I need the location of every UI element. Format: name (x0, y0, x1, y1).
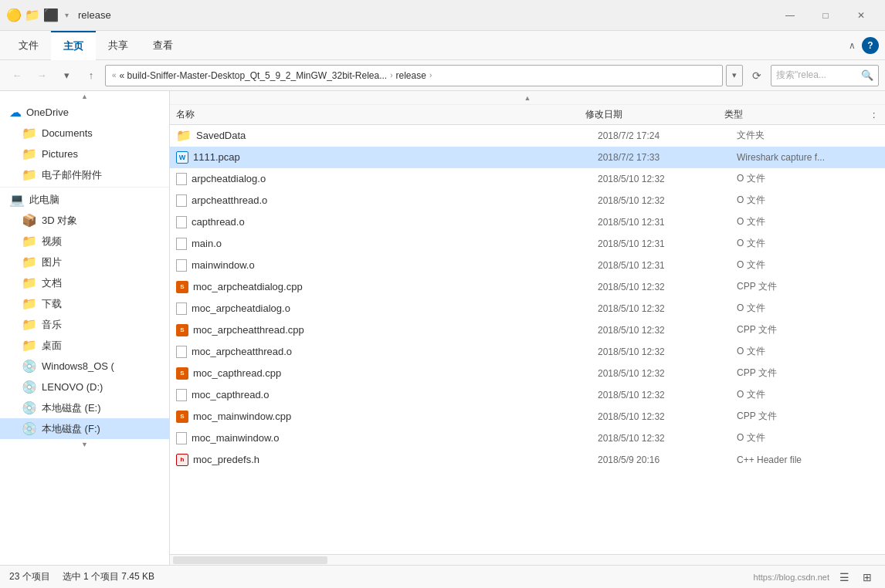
title-bar-icons: 🟡 📁 ⬛ ▾ (6, 8, 72, 23)
desktop-icon: 📁 (22, 338, 37, 353)
sidebar-item-documents[interactable]: 📁 Documents (0, 123, 169, 144)
up-button[interactable]: ↑ (80, 65, 102, 86)
file-name-cell: h moc_predefs.h (170, 454, 592, 466)
minimize-button[interactable]: — (772, 3, 808, 28)
table-row[interactable]: moc_capthread.o 2018/5/10 12:32 O 文件 (170, 384, 885, 406)
col-header-name[interactable]: 名称 (170, 108, 579, 121)
sort-up-arrow[interactable]: ▲ (170, 91, 885, 105)
dropdown-nav-button[interactable]: ▾ (56, 65, 77, 86)
table-row[interactable]: S moc_mainwindow.cpp 2018/5/10 12:32 CPP… (170, 406, 885, 427)
table-row[interactable]: moc_arpcheatthread.o 2018/5/10 12:32 O 文… (170, 341, 885, 363)
table-row[interactable]: moc_mainwindow.o 2018/5/10 12:32 O 文件 (170, 427, 885, 449)
status-item-count: 23 个项目 (9, 570, 50, 583)
col-header-type[interactable]: 类型 (718, 108, 873, 121)
table-row[interactable]: 📁 SavedData 2018/7/2 17:24 文件夹 (170, 125, 885, 147)
sidebar-item-pictures[interactable]: 📁 Pictures (0, 144, 169, 164)
sidebar-item-windows8[interactable]: 💿 Windows8_OS ( (0, 356, 169, 377)
horizontal-scrollbar-thumb[interactable] (173, 556, 327, 564)
sidebar-item-label-music: 音乐 (42, 318, 62, 332)
sidebar-item-email[interactable]: 📁 电子邮件附件 (0, 164, 169, 185)
cpp-icon: S (176, 281, 188, 293)
table-row[interactable]: arpcheatthread.o 2018/5/10 12:32 O 文件 (170, 190, 885, 211)
ribbon-collapse-icon[interactable]: ∧ (849, 40, 856, 51)
table-row[interactable]: main.o 2018/5/10 12:31 O 文件 (170, 233, 885, 255)
back-button[interactable]: ← (6, 65, 28, 86)
file-name: moc_mainwindow.o (192, 432, 279, 444)
refresh-button[interactable]: ⟳ (746, 65, 768, 86)
address-path[interactable]: « « build-Sniffer-Master-Desktop_Qt_5_9_… (105, 65, 723, 86)
close-button[interactable]: ✕ (843, 3, 879, 28)
sidebar-scroll-down-button[interactable]: ▼ (0, 439, 169, 450)
file-name: moc_arpcheatthread.cpp (193, 324, 304, 336)
sidebar-item-thispc[interactable]: 💻 此电脑 (0, 189, 169, 210)
sidebar-item-3d[interactable]: 📦 3D 对象 (0, 210, 169, 231)
sidebar-item-music[interactable]: 📁 音乐 (0, 314, 169, 335)
search-box[interactable]: 搜索"relea... 🔍 (771, 65, 879, 86)
table-row[interactable]: arpcheatdialog.o 2018/5/10 12:32 O 文件 (170, 168, 885, 190)
col-name-label: 名称 (176, 108, 195, 121)
file-name: main.o (192, 238, 222, 249)
file-name: capthread.o (192, 216, 245, 228)
tab-share[interactable]: 共享 (96, 31, 141, 60)
sidebar-scroll-up-button[interactable]: ▲ (0, 91, 169, 102)
path-chevron-right: › (429, 71, 432, 79)
help-button[interactable]: ? (862, 37, 879, 54)
path-segment-release[interactable]: release (396, 70, 426, 81)
folder-icon-2: 📁 (25, 8, 40, 23)
file-icon (176, 194, 187, 207)
sidebar: ▲ ☁ OneDrive 📁 Documents 📁 Pictures 📁 电子… (0, 91, 170, 565)
sidebar-item-onedrive[interactable]: ☁ OneDrive (0, 102, 169, 123)
windows8-icon: 💿 (22, 359, 37, 373)
file-name-cell: S moc_arpcheatthread.cpp (170, 324, 592, 336)
file-date-cell: 2018/5/10 12:32 (592, 174, 731, 184)
file-date-cell: 2018/5/10 12:32 (592, 411, 731, 422)
file-icon (176, 302, 187, 315)
window-title: release (78, 9, 772, 21)
file-date-cell: 2018/5/10 12:32 (592, 346, 731, 357)
tab-view[interactable]: 查看 (141, 31, 185, 60)
sidebar-item-downloads[interactable]: 📁 下载 (0, 293, 169, 314)
file-date-cell: 2018/5/10 12:32 (592, 282, 731, 292)
lenovo-icon: 💿 (22, 380, 37, 394)
sidebar-item-label-onedrive: OneDrive (26, 106, 69, 118)
file-name-cell: 📁 SavedData (170, 128, 592, 143)
col-header-date[interactable]: 修改日期 (579, 108, 718, 121)
tab-file[interactable]: 文件 (6, 31, 51, 60)
view-details-button[interactable]: ☰ (836, 569, 853, 586)
file-date-cell: 2018/5/10 12:32 (592, 325, 731, 336)
sidebar-item-images[interactable]: 📁 图片 (0, 252, 169, 272)
view-large-button[interactable]: ⊞ (859, 569, 876, 586)
sidebar-item-video[interactable]: 📁 视频 (0, 231, 169, 252)
address-dropdown-button[interactable]: ▾ (726, 65, 743, 86)
table-row[interactable]: h moc_predefs.h 2018/5/9 20:16 C++ Heade… (170, 449, 885, 471)
sidebar-item-lenovo[interactable]: 💿 LENOVO (D:) (0, 377, 169, 397)
file-type-cell: O 文件 (731, 345, 885, 358)
downloads-icon: 📁 (22, 296, 37, 311)
table-row[interactable]: capthread.o 2018/5/10 12:31 O 文件 (170, 211, 885, 233)
cpp-icon: S (176, 367, 188, 380)
maximize-button[interactable]: □ (808, 3, 843, 28)
sidebar-item-label-downloads: 下载 (42, 297, 62, 311)
table-row[interactable]: S moc_capthread.cpp 2018/5/10 12:32 CPP … (170, 363, 885, 384)
sidebar-item-label-local-e: 本地磁盘 (E:) (42, 401, 101, 415)
table-row[interactable]: S moc_arpcheatdialog.cpp 2018/5/10 12:32… (170, 276, 885, 298)
table-row[interactable]: S moc_arpcheatthread.cpp 2018/5/10 12:32… (170, 319, 885, 341)
table-row[interactable]: W 1111.pcap 2018/7/2 17:33 Wireshark cap… (170, 147, 885, 168)
sidebar-item-local-f[interactable]: 💿 本地磁盘 (F:) (0, 418, 169, 439)
sidebar-item-local-e[interactable]: 💿 本地磁盘 (E:) (0, 397, 169, 418)
tab-home[interactable]: 主页 (51, 31, 96, 60)
search-placeholder: 搜索"relea... (776, 69, 858, 82)
horizontal-scrollbar[interactable] (170, 554, 885, 565)
path-segment-build[interactable]: « build-Sniffer-Master-Desktop_Qt_5_9_2_… (120, 70, 388, 81)
folder-icon-3: ⬛ (43, 8, 59, 23)
email-icon: 📁 (22, 167, 37, 182)
file-type-cell: CPP 文件 (731, 410, 885, 423)
forward-button[interactable]: → (31, 65, 53, 86)
table-row[interactable]: mainwindow.o 2018/5/10 12:31 O 文件 (170, 255, 885, 276)
sidebar-item-desktop[interactable]: 📁 桌面 (0, 335, 169, 356)
search-icon[interactable]: 🔍 (861, 69, 873, 81)
video-icon: 📁 (22, 234, 37, 248)
sidebar-item-docs[interactable]: 📁 文档 (0, 272, 169, 293)
table-row[interactable]: moc_arpcheatdialog.o 2018/5/10 12:32 O 文… (170, 298, 885, 319)
title-bar-controls: — □ ✕ (772, 3, 879, 28)
